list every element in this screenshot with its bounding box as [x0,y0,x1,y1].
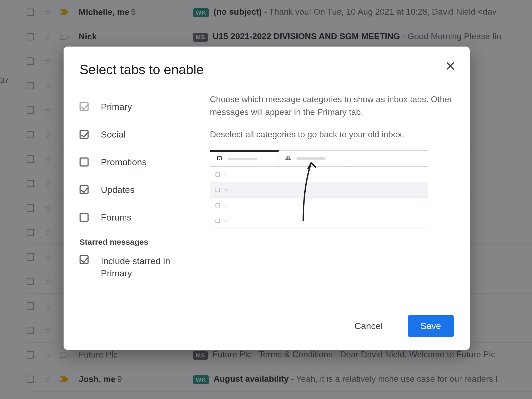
option-label: Promotions [101,157,147,167]
starred-subhead: Starred messages [80,238,191,247]
option-label: Forums [101,212,131,223]
checkbox[interactable] [80,185,89,194]
inbox-icon [216,156,223,163]
option-label: Updates [101,185,135,195]
preview-row: ☆ [210,182,428,197]
tab-option-promotions[interactable]: Promotions [80,148,191,176]
dialog-description-1: Choose which message categories to show … [210,93,454,118]
preview-row: ☆ [210,167,428,182]
select-tabs-dialog: Select tabs to enable PrimarySocialPromo… [64,47,470,350]
save-button[interactable]: Save [408,315,454,337]
checkbox[interactable] [80,157,89,167]
tab-option-updates[interactable]: Updates [80,176,191,203]
preview-row: ☆ [210,197,428,213]
option-label: Primary [101,102,132,112]
checkbox [80,102,89,111]
checkbox[interactable] [80,130,89,139]
close-icon[interactable] [444,59,457,73]
preview-tab-empty [347,151,416,166]
option-label: Include starred in Primary [101,255,191,280]
checkbox[interactable] [80,213,89,222]
cancel-button[interactable]: Cancel [344,315,393,337]
preview-tab-social [279,151,347,166]
preview-row: ☆ [210,213,428,228]
tab-option-social[interactable]: Social [80,120,191,148]
tab-option-forums[interactable]: Forums [80,203,191,231]
include-starred-option[interactable]: Include starred in Primary [80,250,191,280]
tab-option-primary: Primary [80,93,191,120]
dialog-title: Select tabs to enable [80,62,454,77]
preview-tab-primary [210,150,279,166]
inbox-preview: ☆ ☆ ☆ ☆ [210,150,428,236]
option-label: Social [101,129,126,140]
checkbox[interactable] [80,255,89,264]
people-icon [285,155,292,162]
dialog-description-2: Deselect all categories to go back to yo… [210,128,454,141]
